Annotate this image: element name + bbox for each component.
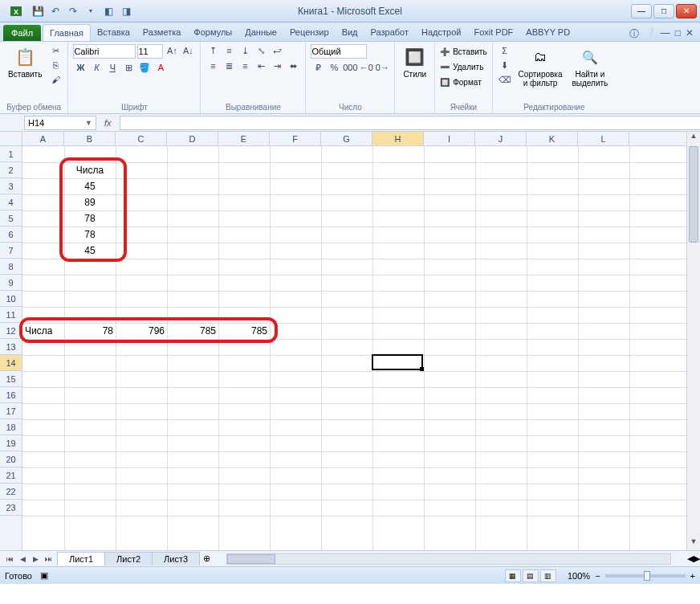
row-header[interactable]: 18: [0, 419, 22, 435]
column-header[interactable]: K: [527, 132, 578, 145]
column-header[interactable]: H: [372, 132, 424, 145]
fill-icon[interactable]: ⬇: [498, 59, 512, 71]
row-header[interactable]: 19: [0, 435, 22, 451]
row-header[interactable]: 1: [0, 146, 22, 162]
ribbon-tab-6[interactable]: Вид: [336, 24, 364, 41]
sheet-nav-prev-icon[interactable]: ◀: [16, 553, 29, 565]
row-header[interactable]: 12: [0, 323, 22, 339]
format-cells-button[interactable]: 🔲Формат: [440, 75, 482, 89]
row-header[interactable]: 20: [0, 451, 22, 467]
new-sheet-icon[interactable]: ⊕: [203, 553, 210, 564]
column-header[interactable]: L: [578, 132, 629, 145]
ribbon-tab-0[interactable]: Главная: [43, 24, 91, 41]
ribbon-tab-10[interactable]: ABBYY PD: [519, 24, 576, 41]
column-header[interactable]: I: [424, 132, 475, 145]
sheet-tab[interactable]: Лист2: [104, 552, 153, 565]
row-header[interactable]: 2: [0, 162, 22, 178]
cell[interactable]: 796: [116, 323, 167, 339]
paste-button[interactable]: 📋 Вставить: [5, 44, 45, 80]
column-header[interactable]: J: [475, 132, 527, 145]
insert-cells-button[interactable]: ➕Вставить: [440, 44, 486, 59]
sheet-nav-last-icon[interactable]: ⏭: [42, 553, 55, 565]
minimize-button[interactable]: —: [631, 4, 652, 18]
close-button[interactable]: ✕: [676, 4, 697, 18]
cell[interactable]: 78: [64, 323, 116, 339]
cell[interactable]: 785: [218, 323, 270, 339]
column-header[interactable]: D: [167, 132, 218, 145]
row-header[interactable]: 17: [0, 403, 22, 419]
copy-icon[interactable]: ⎘: [48, 59, 63, 71]
sheet-nav-first-icon[interactable]: ⏮: [3, 553, 16, 565]
delete-cells-button[interactable]: ➖Удалить: [440, 59, 483, 74]
clear-icon[interactable]: ⌫: [498, 73, 512, 86]
ribbon-tab-7[interactable]: Разработ: [364, 24, 415, 41]
cell[interactable]: 45: [64, 178, 116, 194]
column-header[interactable]: F: [270, 132, 321, 145]
row-header[interactable]: 23: [0, 500, 22, 516]
qat-extra-2-icon[interactable]: ◨: [119, 4, 133, 18]
zoom-out-button[interactable]: −: [595, 571, 600, 581]
ribbon-tab-1[interactable]: Вставка: [91, 24, 136, 41]
format-painter-icon[interactable]: 🖌: [48, 73, 63, 86]
fill-color-icon[interactable]: 🪣: [137, 61, 152, 74]
vertical-scrollbar[interactable]: ▲ ▼: [686, 132, 700, 550]
row-header[interactable]: 15: [0, 371, 22, 387]
row-header[interactable]: 21: [0, 467, 22, 484]
zoom-slider[interactable]: [605, 574, 686, 577]
ribbon-tab-3[interactable]: Формулы: [187, 24, 238, 41]
align-middle-icon[interactable]: ≡: [222, 44, 236, 57]
hscroll-right-icon[interactable]: ▶: [694, 553, 700, 564]
row-header[interactable]: 6: [0, 226, 22, 243]
find-select-button[interactable]: 🔍 Найти и выделить: [568, 44, 611, 89]
cell[interactable]: Числа: [22, 323, 64, 339]
row-header[interactable]: 7: [0, 243, 22, 259]
merge-icon[interactable]: ⬌: [286, 59, 300, 72]
cut-icon[interactable]: ✂: [48, 44, 63, 57]
sheet-nav-next-icon[interactable]: ▶: [29, 553, 42, 565]
row-header[interactable]: 13: [0, 339, 22, 355]
decrease-indent-icon[interactable]: ⇤: [254, 59, 268, 72]
cell[interactable]: 78: [64, 210, 116, 226]
autosum-icon[interactable]: Σ: [498, 44, 512, 57]
scroll-down-icon[interactable]: ▼: [687, 537, 700, 550]
font-size-select[interactable]: [137, 44, 163, 59]
percent-icon[interactable]: %: [327, 61, 341, 74]
sort-filter-button[interactable]: 🗂 Сортировка и фильтр: [515, 44, 566, 89]
name-box[interactable]: H14 ▼: [24, 116, 96, 130]
ribbon-tab-9[interactable]: Foxit PDF: [467, 24, 519, 41]
cell[interactable]: Числа: [64, 162, 116, 178]
undo-icon[interactable]: ↶: [48, 4, 63, 18]
row-header[interactable]: 4: [0, 194, 22, 210]
align-bottom-icon[interactable]: ⤓: [238, 44, 252, 57]
ribbon-help-icon[interactable]: ❔: [644, 27, 656, 41]
align-top-icon[interactable]: ⤒: [206, 44, 220, 57]
scroll-up-icon[interactable]: ▲: [687, 132, 700, 145]
ribbon-tab-8[interactable]: Надстрой: [415, 24, 467, 41]
row-header[interactable]: 16: [0, 387, 22, 403]
styles-button[interactable]: 🔲 Стили: [400, 44, 429, 80]
normal-view-button[interactable]: ▦: [505, 569, 521, 582]
maximize-button[interactable]: □: [653, 4, 674, 18]
select-all-corner[interactable]: [0, 132, 22, 146]
increase-indent-icon[interactable]: ⇥: [270, 59, 284, 72]
decrease-font-icon[interactable]: A↓: [181, 44, 195, 57]
border-icon[interactable]: ⊞: [121, 61, 136, 74]
number-format-select[interactable]: [311, 44, 367, 59]
italic-button[interactable]: К: [89, 61, 104, 74]
sheet-tab[interactable]: Лист1: [57, 552, 105, 565]
wrap-text-icon[interactable]: ⮐: [270, 44, 284, 57]
page-break-view-button[interactable]: ▥: [540, 569, 556, 582]
vscroll-thumb[interactable]: [689, 146, 698, 243]
currency-icon[interactable]: ₽: [311, 61, 325, 74]
cell[interactable]: 78: [64, 226, 116, 243]
row-header[interactable]: 10: [0, 291, 22, 307]
sheet-tab[interactable]: Лист3: [152, 552, 200, 565]
bold-button[interactable]: Ж: [73, 61, 88, 74]
column-header[interactable]: C: [116, 132, 167, 145]
hscroll-thumb[interactable]: [227, 554, 275, 564]
row-header[interactable]: 11: [0, 307, 22, 323]
row-header[interactable]: 5: [0, 210, 22, 226]
comma-icon[interactable]: 000: [343, 61, 357, 74]
mdi-close-icon[interactable]: ✕: [686, 27, 694, 41]
orientation-icon[interactable]: ⤡: [254, 44, 268, 57]
